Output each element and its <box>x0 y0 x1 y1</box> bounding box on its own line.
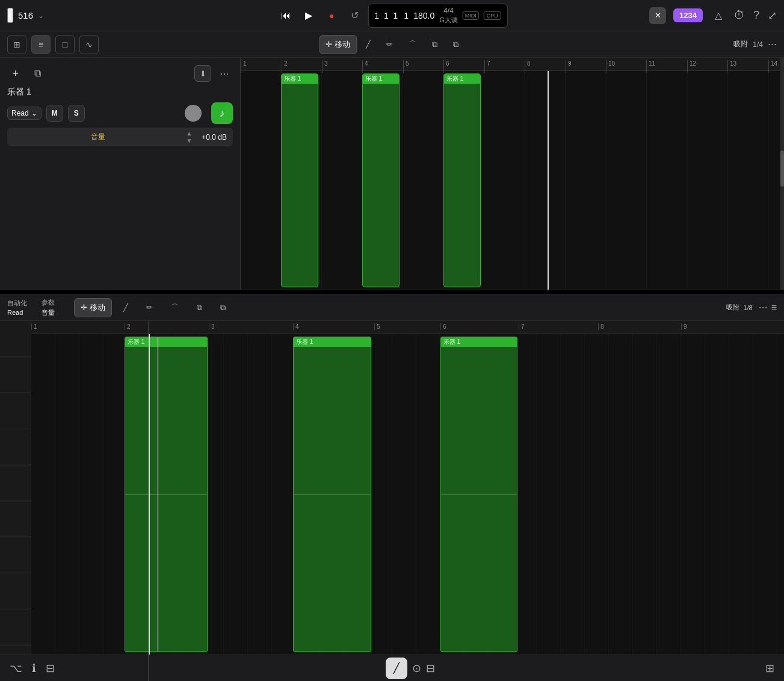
copy-tool-button[interactable]: ⧉ <box>446 35 465 54</box>
bottom-lines-icon[interactable]: ≡ <box>771 302 777 313</box>
duplicate-track-button[interactable]: ⧉ <box>29 65 46 82</box>
pr-clip-3[interactable]: 乐器 1 <box>440 337 517 652</box>
solo-button[interactable]: S <box>68 105 85 122</box>
rect-view-button[interactable]: □ <box>55 35 75 54</box>
play-button[interactable]: ▶ <box>299 6 318 25</box>
instrument-icon[interactable]: ♪ <box>211 102 233 124</box>
pr-ruler-mark-1: 1 <box>31 323 37 330</box>
track-add-buttons: + ⧉ <box>7 65 46 82</box>
time-signature: 4/4 <box>443 7 454 15</box>
track-header: + ⧉ ⬇ ··· 乐器 1 Read ⌄ M S ♪ 音量 ▲▼ +0.0 <box>0 58 241 290</box>
brush-view-button[interactable]: ∿ <box>79 35 99 54</box>
automation-curve-3 <box>441 337 517 651</box>
loop-tool-bottom[interactable]: ⧉ <box>190 298 209 317</box>
midi-clip-3[interactable]: 乐器 1 <box>443 73 481 287</box>
pr-ruler-mark-6: 6 <box>440 323 446 330</box>
move-tool-bottom[interactable]: ✛ 移动 <box>74 298 112 317</box>
chord-button[interactable]: 1234 <box>673 8 703 22</box>
timeline-scrollbar[interactable] <box>780 58 784 290</box>
grid-view-button[interactable]: ⊞ <box>7 35 26 54</box>
pr-ruler-mark-8: 8 <box>598 323 604 330</box>
tracks-content: 乐器 1 乐器 1 乐器 1 <box>241 71 784 290</box>
expand-icon[interactable]: ⤢ <box>768 9 777 22</box>
pr-ruler-mark-7: 7 <box>519 323 525 330</box>
clock-icon[interactable]: ⏱ <box>734 9 745 22</box>
pr-ruler-mark-4: 4 <box>293 323 299 330</box>
pr-clip-2[interactable]: 乐器 1 <box>293 337 371 652</box>
pencil-tool-button[interactable]: ╱ <box>359 35 377 54</box>
bottom-section: 自动化 Read 参数 音量 ✛ 移动 ╱ ✏ ⌒ ⧉ ⧉ 吸附 1/8 ···… <box>0 294 784 681</box>
download-button[interactable]: ⬇ <box>194 65 211 82</box>
instrument-plugin-icon[interactable]: ⌥ <box>10 662 22 675</box>
loop-tool-button[interactable]: ⧉ <box>425 35 444 54</box>
metronome-button[interactable]: △ <box>710 7 727 24</box>
bottom-more-button[interactable]: ··· <box>759 301 768 314</box>
volume-arrows[interactable]: ▲▼ <box>186 130 192 144</box>
playhead <box>548 71 549 290</box>
layout-icon[interactable]: ⊟ <box>46 662 55 675</box>
tools-right: 吸附 1/4 ··· <box>733 38 777 51</box>
volume-value: +0.0 dB <box>202 133 227 141</box>
bottom-toolbar: 自动化 Read 参数 音量 ✛ 移动 ╱ ✏ ⌒ ⧉ ⧉ 吸附 1/8 ···… <box>0 294 784 321</box>
timeline-area: 1 2 3 4 5 6 7 8 9 10 11 12 13 14 乐器 1 <box>241 58 784 290</box>
clip-label-2: 乐器 1 <box>363 74 399 84</box>
snap-label: 吸附 <box>733 39 748 49</box>
piano-keys <box>0 321 31 681</box>
pr-ruler-mark-9: 9 <box>681 323 687 330</box>
midi-clip-2[interactable]: 乐器 1 <box>362 73 400 287</box>
section-divider <box>0 290 784 294</box>
pencil-active-icon[interactable]: ╱ <box>386 658 407 679</box>
read-arrow: ⌄ <box>31 109 37 117</box>
cycle-button[interactable]: ↺ <box>345 6 364 25</box>
pencil-tool-bottom[interactable]: ╱ <box>117 298 135 317</box>
brush-tool-bottom[interactable]: ✏ <box>140 298 159 317</box>
pr-content: 乐器 1 乐器 1 乐器 1 <box>31 334 784 655</box>
param-info: 参数 音量 <box>42 298 55 317</box>
track-action-buttons: ⬇ ··· <box>194 65 233 82</box>
read-select[interactable]: Read ⌄ <box>7 107 42 120</box>
bottom-snap-container: 吸附 1/8 ··· ≡ <box>726 301 777 314</box>
automation-read: Read <box>7 309 27 316</box>
scrollbar-thumb[interactable] <box>780 151 784 187</box>
toolbar-right: ✕ 1234 △ ⏱ ? ⤢ <box>649 7 777 24</box>
bar-number: 1 <box>404 11 409 20</box>
more-button[interactable]: ··· <box>768 38 777 51</box>
volume-knob[interactable] <box>185 105 202 122</box>
eq-icon[interactable]: ⊟ <box>426 662 435 675</box>
midi-badge: MIDI <box>463 11 479 20</box>
move-tool-button[interactable]: ✛ 移动 <box>319 35 357 54</box>
mute-button[interactable]: M <box>46 105 63 122</box>
bottom-snap-label: 吸附 <box>726 303 739 312</box>
tempo-display[interactable]: 180.0 <box>413 11 434 20</box>
curve-tool-bottom[interactable]: ⌒ <box>164 298 185 317</box>
back-button[interactable]: ‹ <box>7 8 13 23</box>
info-icon[interactable]: ℹ <box>32 662 36 675</box>
curve-tool-button[interactable]: ⌒ <box>402 35 423 54</box>
piano-roll-icon[interactable]: ⊞ <box>765 662 774 675</box>
toolbar-left: ‹ 516 ⌄ <box>7 8 44 23</box>
main-area: + ⧉ ⬇ ··· 乐器 1 Read ⌄ M S ♪ 音量 ▲▼ +0.0 <box>0 58 784 290</box>
add-track-button[interactable]: + <box>7 65 24 82</box>
rewind-button[interactable]: ⏮ <box>276 6 295 25</box>
brush-tool-button[interactable]: ✏ <box>380 35 400 54</box>
midi-clip-1[interactable]: 乐器 1 <box>281 73 318 287</box>
timeline-ruler: 1 2 3 4 5 6 7 8 9 10 11 12 13 14 <box>241 58 784 71</box>
help-icon[interactable]: ? <box>753 9 759 22</box>
automation-info: 自动化 Read <box>7 299 27 316</box>
pr-clip-1[interactable]: 乐器 1 <box>125 337 208 652</box>
toolbar-right-icons: ⏱ ? ⤢ <box>734 9 777 22</box>
clip-label-1: 乐器 1 <box>282 74 318 84</box>
snap-value: 1/4 <box>753 40 763 49</box>
track-name: 乐器 1 <box>7 87 233 98</box>
record-button[interactable]: ● <box>322 6 341 25</box>
track-more-button[interactable]: ··· <box>216 65 233 82</box>
copy-tool-bottom[interactable]: ⧉ <box>214 298 232 317</box>
close-button[interactable]: ✕ <box>649 7 666 24</box>
position-numbers: 1 1 1 <box>374 11 399 20</box>
list-view-button[interactable]: ≡ <box>31 35 51 54</box>
settings-icon[interactable]: ⊙ <box>412 662 421 675</box>
pr-ruler-mark-2: 2 <box>125 323 131 330</box>
automation-curve-2 <box>294 337 371 651</box>
clip-label-3: 乐器 1 <box>444 74 480 84</box>
move-icon-bottom: ✛ <box>81 303 87 312</box>
